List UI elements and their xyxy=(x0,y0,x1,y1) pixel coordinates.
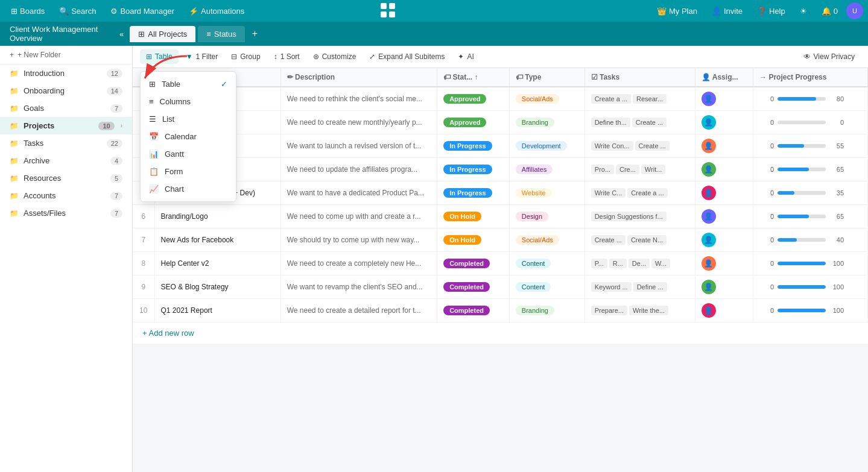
status-badge: Approved xyxy=(443,118,486,127)
task-chip[interactable]: W... xyxy=(651,259,670,268)
nav-boards[interactable]: ⊞ Boards xyxy=(5,4,51,18)
sidebar-item-assets[interactable]: 📁 Assets/Files 7 xyxy=(0,204,132,222)
task-chip[interactable]: Create N... xyxy=(627,235,667,245)
task-chip[interactable]: Define th... xyxy=(591,118,630,127)
row-name[interactable]: Q1 2021 Report xyxy=(154,299,280,323)
row-name[interactable]: New Ads for Facebook xyxy=(154,228,280,252)
nav-sun[interactable]: ☀ xyxy=(794,4,813,18)
task-chip[interactable]: Prepare... xyxy=(591,306,627,315)
task-chip[interactable]: Write C... xyxy=(591,188,626,198)
group-button[interactable]: ⊟ Group xyxy=(225,49,266,64)
task-chip[interactable]: Create ... xyxy=(591,235,626,245)
bolt-icon: ⚡ xyxy=(189,7,198,16)
plus-icon: + xyxy=(10,51,14,59)
sidebar-item-introduction[interactable]: 📁 Introduction 12 xyxy=(0,65,132,82)
ai-button[interactable]: ✦ AI xyxy=(452,49,480,64)
dropdown-list[interactable]: ☰ List xyxy=(141,110,236,128)
sidebar-item-accounts[interactable]: 📁 Accounts 7 xyxy=(0,187,132,204)
avatar[interactable]: U xyxy=(846,2,863,19)
task-chip[interactable]: Create a ... xyxy=(591,94,631,104)
expand-subitems-button[interactable]: ⤢ Expand All Subitems xyxy=(363,49,451,64)
row-description: We should try to come up with new way... xyxy=(280,228,437,252)
row-status: In Progress xyxy=(437,158,510,181)
nav-board-manager[interactable]: ⚙ Board Manager xyxy=(104,4,180,18)
row-name[interactable]: Branding/Logo xyxy=(154,205,280,228)
dropdown-table[interactable]: ⊞ Table ✓ xyxy=(141,75,236,93)
table-view-button[interactable]: ⊞ Table xyxy=(140,49,179,64)
task-chip[interactable]: Writ... xyxy=(641,165,666,174)
sidebar-item-projects[interactable]: 📁 Projects 10 › xyxy=(0,117,132,134)
sidebar-item-tasks[interactable]: 📁 Tasks 22 xyxy=(0,134,132,152)
row-tasks: Create a ...Resear... xyxy=(584,87,695,111)
row-progress: 080 xyxy=(753,87,868,111)
filter-button[interactable]: ▼ 1 Filter xyxy=(180,49,224,64)
task-chip[interactable]: Create ... xyxy=(632,118,667,127)
row-progress: 035 xyxy=(753,181,868,205)
task-chip[interactable]: Design Suggestions f... xyxy=(591,212,667,221)
sidebar-item-resources[interactable]: 📁 Resources 5 xyxy=(0,169,132,187)
nav-bell[interactable]: 🔔 0 xyxy=(816,4,844,18)
col-description: ✏ Description xyxy=(280,68,437,87)
row-description: We want to launch a revised version of t… xyxy=(280,134,437,158)
nav-automations[interactable]: ⚡ Automations xyxy=(183,4,250,18)
row-type: Branding xyxy=(509,111,584,134)
nav-right: 👑 My Plan 👤 Invite ❓ Help ☀ 🔔 0 U xyxy=(651,2,863,19)
grid-icon: ⊞ xyxy=(11,7,17,16)
sidebar-item-onboarding[interactable]: 📁 Onboarding 14 xyxy=(0,82,132,99)
customize-button[interactable]: ⊛ Customize xyxy=(307,49,363,64)
task-chip[interactable]: Define ... xyxy=(633,282,667,292)
avatar: 👤 xyxy=(702,303,716,318)
sidebar-item-goals[interactable]: 📁 Goals 7 xyxy=(0,99,132,117)
row-name[interactable]: SEO & Blog Strategy xyxy=(154,275,280,299)
row-status: Completed xyxy=(437,299,510,323)
status-badge: In Progress xyxy=(443,165,492,174)
dropdown-form[interactable]: 📋 Form xyxy=(141,163,236,180)
row-description: We need to update the affiliates progra.… xyxy=(280,158,437,181)
tab-all-projects[interactable]: ⊞ All Projects xyxy=(130,26,195,42)
row-name[interactable]: Help Center v2 xyxy=(154,252,280,275)
avatar: 👤 xyxy=(702,186,716,200)
view-dropdown-menu: ⊞ Table ✓ ≡ Columns ☰ List 📅 Calendar xyxy=(140,71,236,202)
add-new-row-button[interactable]: + Add new row xyxy=(133,323,868,344)
nav-my-plan[interactable]: 👑 My Plan xyxy=(651,4,703,18)
type-badge: Social/Ads xyxy=(516,235,559,245)
status-badge: Completed xyxy=(443,282,490,292)
task-chip[interactable]: Cre... xyxy=(616,165,639,174)
nav-search[interactable]: 🔍 Search xyxy=(53,4,102,18)
task-chip[interactable]: Write the... xyxy=(629,306,668,315)
row-description: We need to create new monthly/yearly p..… xyxy=(280,111,437,134)
task-chip[interactable]: Pro... xyxy=(591,165,614,174)
tab-add-button[interactable]: + xyxy=(247,26,262,42)
task-chip[interactable]: Resear... xyxy=(633,94,667,104)
row-type: Content xyxy=(509,275,584,299)
task-chip[interactable]: De... xyxy=(629,259,650,268)
dropdown-gantt[interactable]: 📊 Gantt xyxy=(141,145,236,163)
row-progress: 040 xyxy=(753,228,868,252)
tab-status[interactable]: ≡ Status xyxy=(198,26,244,42)
collapse-button[interactable]: « xyxy=(116,27,127,41)
row-tasks: Define th...Create ... xyxy=(584,111,695,134)
task-chip[interactable]: Create a ... xyxy=(627,188,667,198)
nav-invite[interactable]: 👤 Invite xyxy=(706,4,749,18)
nav-help[interactable]: ❓ Help xyxy=(751,4,791,18)
view-privacy-button[interactable]: 👁 View Privacy xyxy=(797,49,861,64)
dropdown-chart[interactable]: 📈 Chart xyxy=(141,180,236,198)
sort-button[interactable]: ↕ 1 Sort xyxy=(268,49,306,64)
task-chip[interactable]: Keyword ... xyxy=(591,282,632,292)
task-chip[interactable]: Write Con... xyxy=(591,141,633,151)
avatar: 👤 xyxy=(702,280,716,294)
task-chip[interactable]: P... xyxy=(591,259,607,268)
group-icon: ⊟ xyxy=(231,52,237,61)
task-chip[interactable]: Create ... xyxy=(635,141,670,151)
type-badge: Development xyxy=(516,141,567,151)
new-folder-button[interactable]: + + New Folder xyxy=(0,46,132,65)
avatar: 👤 xyxy=(702,233,716,247)
row-type: Content xyxy=(509,252,584,275)
row-assignees: 👤 xyxy=(695,275,753,299)
avatar: 👤 xyxy=(702,139,716,153)
sidebar-item-archive[interactable]: 📁 Archive 4 xyxy=(0,152,132,169)
person-add-icon: 👤 xyxy=(712,7,721,16)
dropdown-calendar[interactable]: 📅 Calendar xyxy=(141,128,236,145)
task-chip[interactable]: R... xyxy=(609,259,627,268)
dropdown-columns[interactable]: ≡ Columns xyxy=(141,93,236,110)
